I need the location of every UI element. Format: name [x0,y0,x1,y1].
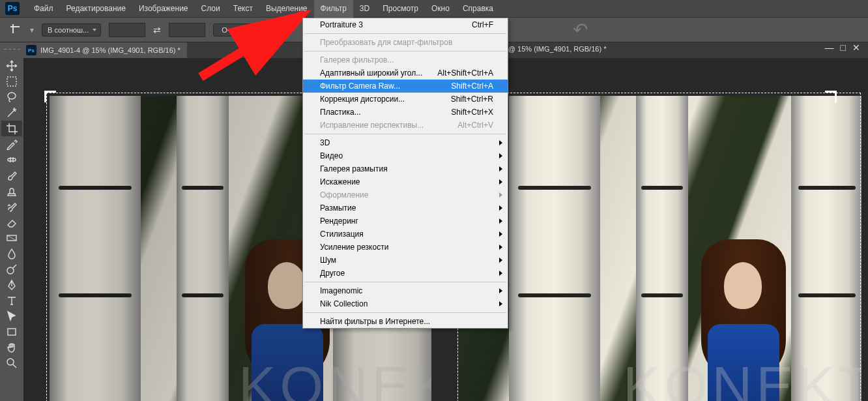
healing-brush-tool[interactable] [1,152,22,168]
menu-item-last-filter[interactable]: Portraiture 3Ctrl+F [303,18,508,31]
type-tool[interactable] [1,293,22,308]
menu-3d[interactable]: 3D [353,0,376,18]
crop-tool-icon [10,24,22,36]
svg-rect-0 [7,77,16,86]
crop-tool[interactable] [1,121,22,136]
rectangle-tool[interactable] [1,324,22,340]
filter-dropdown-menu: Portraiture 3Ctrl+F Преобразовать для см… [302,18,508,329]
menu-item-other[interactable]: Другое [303,267,508,280]
menu-item-sharpen[interactable]: Усиление резкости [303,241,508,254]
menu-item-filter-gallery: Галерея фильтров... [303,53,508,67]
menu-item-nik-collection[interactable]: Nik Collection [303,297,508,310]
svg-rect-2 [8,158,16,161]
magic-wand-tool[interactable] [1,105,22,121]
menu-item-noise[interactable]: Шум [303,254,508,267]
menu-item-lens-correction[interactable]: Коррекция дисторсии...Shift+Ctrl+R [303,93,508,106]
dodge-tool[interactable] [1,261,22,277]
menu-item-imagenomic[interactable]: Imagenomic [303,284,508,297]
photo-right: KONEKTO.R [460,96,861,401]
clear-button[interactable]: Очистить [213,23,261,37]
brush-tool[interactable] [1,168,22,183]
menu-item-browse-filters[interactable]: Найти фильтры в Интернете... [303,315,508,328]
marquee-tool[interactable] [1,74,22,89]
crop-height-input[interactable] [169,23,205,37]
lasso-tool[interactable] [1,89,22,105]
menu-help[interactable]: Справка [456,0,500,18]
pen-tool[interactable] [1,277,22,293]
zoom-tool[interactable] [1,355,22,371]
menu-item-stylize[interactable]: Стилизация [303,228,508,241]
watermark-text: KONEKTO.R [623,354,861,401]
menu-text[interactable]: Текст [227,0,259,18]
menu-item-wide-angle[interactable]: Адаптивный широкий угол...Alt+Shift+Ctrl… [303,67,508,80]
svg-point-4 [7,267,14,274]
menu-item-blur-gallery[interactable]: Галерея размытия [303,162,508,175]
menu-bar: Ps Файл Редактирование Изображение Слои … [0,0,868,18]
crop-ratio-dropdown[interactable]: В соотнош... [42,23,101,37]
tools-panel [0,42,23,401]
crop-width-input[interactable] [109,23,145,37]
menu-image[interactable]: Изображение [132,0,195,18]
menu-item-vanishing-point: Исправление перспективы...Alt+Ctrl+V [303,119,508,132]
eraser-tool[interactable] [1,215,22,230]
menu-edit[interactable]: Редактирование [60,0,132,18]
document-tab-1-label: IMG_4901-4 @ 15% (IMG_4901, RGB/16) * [40,46,181,54]
crop-handle-tl[interactable] [44,91,56,102]
straighten-icon[interactable]: 📐 [276,25,285,35]
menu-item-liquify[interactable]: Пластика...Shift+Ctrl+X [303,106,508,119]
ps-file-icon: Ps [26,45,36,55]
gradient-tool[interactable] [1,230,22,246]
menu-item-distort[interactable]: Искажение [303,175,508,188]
watermark-text: KONEKTO.R [239,354,431,401]
move-tool[interactable] [1,58,22,74]
close-icon[interactable]: ✕ [852,42,860,53]
menu-item-3d[interactable]: 3D [303,136,508,149]
menu-item-camera-raw[interactable]: Фильтр Camera Raw...Shift+Ctrl+A [303,80,508,93]
minimize-icon[interactable]: — [825,42,834,53]
eyedropper-tool[interactable] [1,136,22,152]
blur-tool[interactable] [1,246,22,261]
document-tab-1[interactable]: Ps IMG_4901-4 @ 15% (IMG_4901, RGB/16) * [23,42,187,58]
path-selection-tool[interactable] [1,308,22,324]
swap-dimensions-icon[interactable]: ⇄ [153,25,161,35]
history-brush-tool[interactable] [1,199,22,215]
menu-filter[interactable]: Фильтр [314,0,353,18]
menu-file[interactable]: Файл [27,0,60,18]
menu-item-render[interactable]: Рендеринг [303,215,508,228]
menu-item-convert-smart: Преобразовать для смарт-фильтров [303,36,508,49]
svg-rect-5 [8,329,16,335]
svg-point-1 [8,93,16,99]
menu-item-render-style: Оформление [303,188,508,201]
maximize-icon[interactable]: □ [841,42,846,53]
svg-point-6 [7,359,14,365]
crop-handle-tr[interactable] [825,91,837,102]
hand-tool[interactable] [1,340,22,355]
menu-view[interactable]: Просмотр [376,0,425,18]
document-tab-2-label: .psd @ 15% (IMG_4901, RGB/16) * [493,45,606,53]
menu-window[interactable]: Окно [425,0,456,18]
menu-select[interactable]: Выделение [259,0,314,18]
menu-layers[interactable]: Слои [195,0,227,18]
window-controls: — □ ✕ [825,42,860,53]
menu-item-video[interactable]: Видео [303,149,508,162]
clone-stamp-tool[interactable] [1,183,22,199]
menu-item-blur[interactable]: Размытие [303,201,508,215]
undo-icon[interactable]: ↶ [573,19,588,40]
photoshop-logo-icon: Ps [5,2,20,15]
panel-grip-icon[interactable] [2,49,22,54]
